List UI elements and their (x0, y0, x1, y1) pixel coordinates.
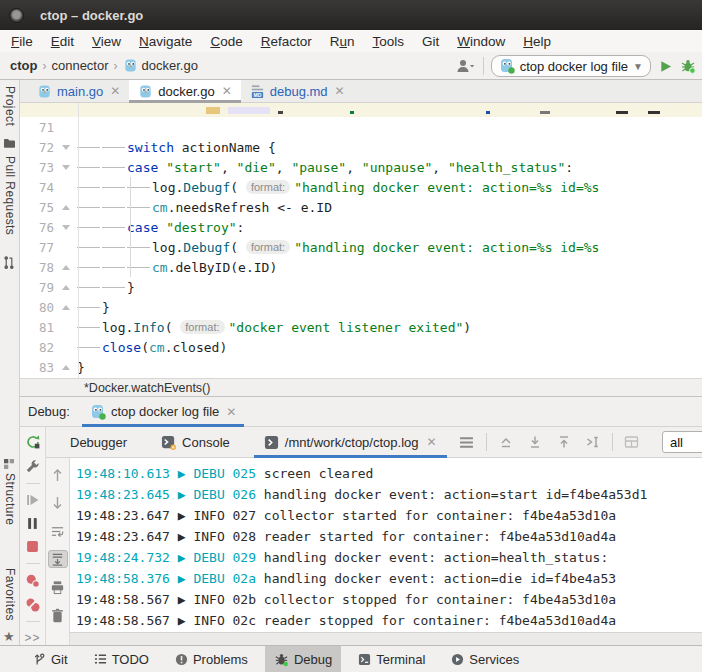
move-down-icon[interactable] (525, 433, 545, 451)
log-console[interactable]: 19:48:10.613 ▶ DEBU 025 screen cleared19… (70, 458, 702, 632)
line-number: 77 (20, 240, 54, 255)
menu-code[interactable]: Code (201, 34, 251, 49)
method-breadcrumb[interactable]: *Docker.watchEvents() (84, 381, 210, 395)
fold-marker-icon[interactable] (54, 145, 77, 150)
user-icon[interactable] (456, 58, 476, 74)
wrench-icon[interactable] (23, 459, 43, 474)
rerun-icon[interactable] (23, 434, 43, 450)
scroll-to-end-icon[interactable] (48, 550, 68, 568)
scroll-to-cursor-icon[interactable] (583, 433, 603, 451)
menu-help[interactable]: Help (514, 34, 560, 49)
run-icon[interactable] (658, 59, 673, 74)
log-prefix: 19:48:23.647 ▶ INFO 028 (76, 529, 264, 544)
fold-marker-icon[interactable] (54, 165, 77, 170)
toolwindow-button-label: Problems (193, 652, 248, 667)
menu-view[interactable]: View (83, 34, 130, 49)
tab-whitespace-mark (102, 187, 125, 188)
expand-icon[interactable] (496, 433, 516, 451)
toolwindow-button-terminal[interactable]: Terminal (349, 646, 434, 672)
token-pl: log. (152, 180, 183, 195)
clear-all-icon[interactable] (48, 606, 68, 624)
editor-tab-main.go[interactable]: main.go✕ (28, 80, 129, 102)
pause-icon[interactable] (23, 516, 43, 530)
toolwindow-button-git[interactable]: Git (24, 646, 77, 672)
window-control-button[interactable] (9, 8, 24, 23)
down-arrow-icon[interactable] (48, 494, 68, 512)
move-up-icon[interactable] (554, 433, 574, 451)
code-text: } (77, 280, 702, 295)
menu-tools[interactable]: Tools (363, 34, 413, 49)
token-str: "die" (237, 160, 276, 175)
up-arrow-icon[interactable] (48, 466, 68, 484)
stripe-button-favorites[interactable]: Favorites (3, 568, 17, 621)
fold-marker-icon[interactable] (54, 365, 77, 370)
stop-icon[interactable] (23, 540, 43, 554)
menu-window[interactable]: Window (448, 34, 514, 49)
fold-marker-icon[interactable] (54, 305, 77, 310)
go-file-icon (123, 58, 138, 73)
fold-marker-icon[interactable] (54, 285, 77, 290)
mute-breakpoints-icon[interactable] (23, 597, 43, 612)
code-line-75: 75cm.needsRefresh <- e.ID (20, 197, 702, 217)
soft-wrap-icon[interactable] (48, 522, 68, 540)
fold-marker-icon[interactable] (54, 205, 77, 210)
close-icon[interactable]: ✕ (226, 405, 236, 419)
close-icon[interactable]: ✕ (110, 84, 120, 98)
menu-edit[interactable]: Edit (42, 34, 83, 49)
stripe-button-project[interactable]: Project (3, 86, 17, 126)
log-message: collector stopped for container: f4be4a5… (264, 592, 616, 607)
debug-session-tab[interactable]: ctop docker log file ✕ (82, 397, 244, 427)
log-message: screen cleared (264, 466, 374, 481)
log-prefix: 19:48:58.376 ▶ DEBU 02a (76, 571, 264, 586)
line-number: 72 (20, 140, 54, 155)
star-icon[interactable]: ★ (3, 629, 15, 644)
navigation-bar: ctop›connector›docker.go ctop docker log… (0, 52, 702, 80)
debugger-tab-debugger[interactable]: Debugger (60, 427, 137, 458)
svg-text:MD: MD (253, 91, 261, 97)
code-line-83: 83} (20, 357, 702, 377)
more-chevrons-icon[interactable]: >> (23, 631, 43, 645)
toolwindow-button-debug[interactable]: Debug (265, 646, 341, 672)
breadcrumb-item[interactable]: connector (51, 58, 108, 73)
resume-icon[interactable] (23, 493, 43, 507)
log-view-toolbar (457, 433, 642, 451)
fold-marker-icon[interactable] (54, 265, 77, 270)
debugger-tab--mnt-work-ctop-ctop-log[interactable]: /mnt/work/ctop/ctop.log✕ (254, 427, 447, 458)
pull-request-icon[interactable] (3, 256, 15, 269)
debugger-tab-console[interactable]: Console (151, 427, 240, 458)
fold-marker-icon[interactable] (54, 225, 77, 230)
editor-breadcrumb-bar[interactable]: *Docker.watchEvents() (20, 378, 702, 397)
structure-icon[interactable] (3, 458, 15, 470)
menu-file[interactable]: File (2, 34, 42, 49)
debug-icon[interactable] (680, 58, 696, 74)
log-scrollbar-track[interactable] (70, 632, 702, 645)
toolwindow-button-todo[interactable]: TODO (85, 646, 158, 672)
close-icon[interactable]: ✕ (335, 84, 345, 98)
menu-navigate[interactable]: Navigate (130, 34, 201, 49)
run-configuration-select[interactable]: ctop docker log file ▼ (491, 55, 651, 77)
folder-icon[interactable] (3, 138, 16, 149)
log-level-filter-select[interactable]: all (662, 431, 702, 453)
toolwindow-button-services[interactable]: Services (442, 646, 528, 672)
breadcrumb-item[interactable]: ctop (10, 58, 37, 73)
stripe-button-structure[interactable]: Structure (3, 473, 17, 525)
print-icon[interactable] (48, 578, 68, 596)
code-editor[interactable]: 7172switch actionName {73case "start", "… (20, 103, 702, 378)
close-icon[interactable]: ✕ (222, 84, 232, 98)
close-icon[interactable]: ✕ (426, 435, 436, 449)
menu-icon[interactable] (457, 433, 477, 451)
token-pl (158, 220, 166, 235)
toolwindow-button-problems[interactable]: Problems (166, 646, 257, 672)
log-prefix: 19:48:23.647 ▶ INFO 027 (76, 508, 264, 523)
menu-refactor[interactable]: Refactor (252, 34, 321, 49)
editor-tab-debug.md[interactable]: MDdebug.md✕ (241, 80, 354, 102)
tab-whitespace-mark (77, 147, 100, 148)
menu-git[interactable]: Git (413, 34, 448, 49)
layout-grid-icon[interactable] (622, 433, 642, 451)
breadcrumb-item[interactable]: docker.go (142, 58, 198, 73)
editor-tab-docker.go[interactable]: docker.go✕ (129, 80, 240, 102)
token-fld: cm (152, 260, 168, 275)
view-breakpoints-icon[interactable] (23, 573, 43, 588)
menu-run[interactable]: Run (321, 34, 364, 49)
stripe-button-pull-requests[interactable]: Pull Requests (3, 156, 17, 235)
